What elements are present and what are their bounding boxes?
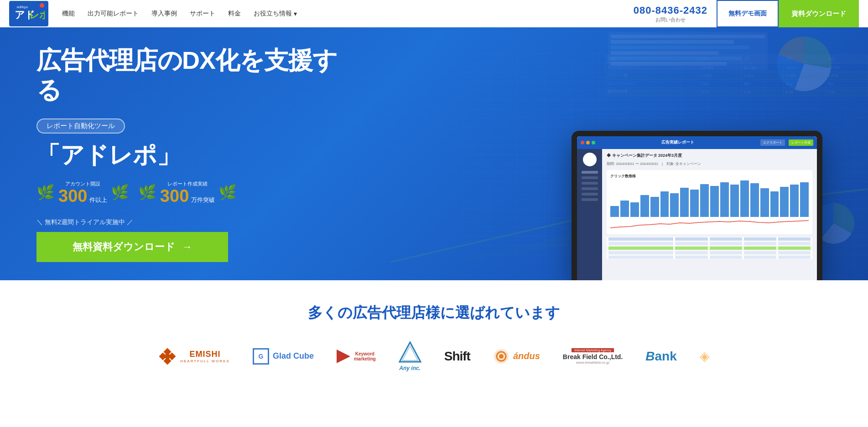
client-logo-breakfield: Internet Marketing Agency Break Field Co… xyxy=(563,348,623,365)
emishi-name: EMISHI xyxy=(180,350,230,359)
mini-bar-chart xyxy=(610,180,809,217)
main-nav: 機能 出力可能レポート 導入事例 サポート 料金 お役立ち情報 ▾ xyxy=(62,10,624,18)
hero-product-name: 「アドレポ」 xyxy=(36,139,338,171)
phone-number: 080-8436-2432 xyxy=(634,5,707,16)
demo-button[interactable]: 無料デモ画面 xyxy=(717,0,779,27)
logo: AdRepo アド レポ xyxy=(9,1,48,26)
hero-section: 項目 1月 2月 3月 合計 インプレッション 12,456 15,234 18… xyxy=(0,27,868,280)
client-logo-keyword: Keyword marketing xyxy=(337,350,376,363)
mini-data-table xyxy=(607,237,812,260)
svg-point-4 xyxy=(40,3,44,8)
laurel-left2-icon: 🌿 xyxy=(138,185,156,200)
gladcube-name: Glad Cube xyxy=(273,351,314,361)
nav-item-cases[interactable]: 導入事例 xyxy=(151,10,177,18)
arrow-icon: → xyxy=(182,241,192,253)
header: AdRepo アド レポ 機能 出力可能レポート 導入事例 サポート 料金 お役… xyxy=(0,0,868,27)
bank-name: Bank xyxy=(645,349,676,364)
client-logo-shift: Shift xyxy=(444,349,470,364)
emishi-icon xyxy=(158,347,177,365)
hero-content: 広告代理店のDX化を支援する レポート自動化ツール 「アドレポ」 🌿 アカウント… xyxy=(36,46,338,262)
keyword-marketing: marketing xyxy=(354,356,376,361)
clients-title: 多くの広告代理店様に選ばれています xyxy=(18,303,850,323)
download-header-button[interactable]: 資料ダウンロード xyxy=(779,0,859,27)
badge-accounts-unit: 件以上 xyxy=(89,196,107,203)
badge-reports-number: 300 xyxy=(160,186,189,206)
andus-icon xyxy=(493,348,509,365)
mini-line-chart xyxy=(610,220,809,229)
gladcube-icon: G xyxy=(253,348,269,365)
svg-point-15 xyxy=(499,354,504,359)
header-right: 080-8436-2432 お問い合わせ 無料デモ画面 資料ダウンロード xyxy=(624,0,859,27)
mini-sidebar xyxy=(577,149,602,280)
phone-label: お問い合わせ xyxy=(634,16,707,23)
any-icon xyxy=(399,341,421,364)
clients-row: EMISHI HEARTFULL WORKS G Glad Cube Keywo… xyxy=(18,341,850,371)
badge-reports: 🌿 レポート作成実績 300 万件突破 🌿 xyxy=(138,180,237,205)
logo-area[interactable]: AdRepo アド レポ xyxy=(9,1,48,26)
nav-item-pricing[interactable]: 料金 xyxy=(228,10,241,18)
laurel-right2-icon: 🌿 xyxy=(218,185,237,200)
svg-rect-9 xyxy=(164,352,172,360)
free-download-button[interactable]: 無料資料ダウンロード → xyxy=(36,232,228,262)
svg-marker-10 xyxy=(337,350,350,363)
phone-area: 080-8436-2432 お問い合わせ xyxy=(624,5,717,23)
badges-row: 🌿 アカウント開設 300 件以上 🌿 🌿 レポート作成実績 300 万件突 xyxy=(36,180,338,205)
clients-section: 多くの広告代理店様に選ばれています EMISHI HEARTFULL WORKS… xyxy=(0,280,868,390)
client-logo-emishi: EMISHI HEARTFULL WORKS xyxy=(158,347,230,365)
client-logo-andus: ándus xyxy=(493,348,540,365)
breakfield-tag: Internet Marketing Agency xyxy=(572,348,614,352)
chevron-down-icon: ▾ xyxy=(294,10,297,17)
laptop-outer: 広告実績レポート エクスポート レポート作成 xyxy=(572,131,822,280)
breakfield-url: www.breakfield.co.jp xyxy=(576,360,609,365)
client-logo-gladcube: G Glad Cube xyxy=(253,348,314,365)
any-name: Any inc. xyxy=(399,365,421,371)
keyword-name: Keyword xyxy=(354,351,376,356)
svg-text:レポ: レポ xyxy=(29,9,45,21)
tool-label: レポート自動化ツール xyxy=(36,118,125,134)
badge-reports-unit: 万件突破 xyxy=(191,196,215,203)
nav-item-features[interactable]: 機能 xyxy=(62,10,75,18)
nav-item-info[interactable]: お役立ち情報 ▾ xyxy=(254,10,297,18)
trial-text: ＼ 無料2週間トライアル実施中 ／ xyxy=(36,218,338,226)
shift-name: Shift xyxy=(444,349,470,364)
emishi-sub: HEARTFULL WORKS xyxy=(180,359,230,363)
laptop-mockup: 広告実績レポート エクスポート レポート作成 xyxy=(572,131,822,280)
nav-item-reports[interactable]: 出力可能レポート xyxy=(88,10,139,18)
mini-app-header: 広告実績レポート エクスポート レポート作成 xyxy=(577,136,817,149)
laptop-screen: 広告実績レポート エクスポート レポート作成 xyxy=(577,136,817,280)
more-logos-hint: ◈ xyxy=(700,349,710,364)
badge-accounts-number: 300 xyxy=(58,186,87,206)
keyword-icon xyxy=(337,350,350,363)
emishi-text-group: EMISHI HEARTFULL WORKS xyxy=(180,350,230,363)
laurel-right-icon: 🌿 xyxy=(111,185,129,200)
laurel-left-icon: 🌿 xyxy=(36,185,55,200)
client-logo-any: Any inc. xyxy=(399,341,421,371)
client-logo-bank: Bank xyxy=(645,349,676,364)
breakfield-name: Break Field Co.,Ltd. xyxy=(563,353,623,360)
hero-title: 広告代理店のDX化を支援する xyxy=(36,46,338,105)
free-download-label: 無料資料ダウンロード xyxy=(73,240,175,254)
andus-name: ándus xyxy=(513,351,540,361)
badge-accounts: 🌿 アカウント開設 300 件以上 🌿 xyxy=(36,180,129,205)
nav-item-support[interactable]: サポート xyxy=(190,10,215,18)
keyword-text-group: Keyword marketing xyxy=(354,351,376,361)
svg-text:AdRepo: AdRepo xyxy=(16,5,28,9)
